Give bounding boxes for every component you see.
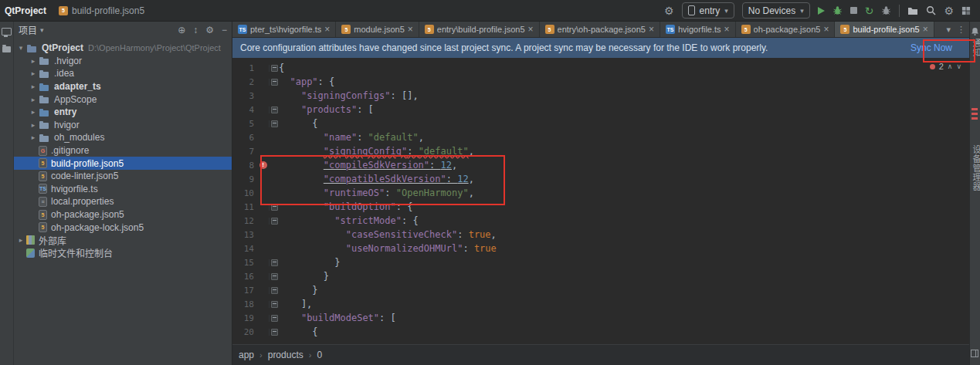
fold-marker-icon[interactable] — [271, 273, 278, 280]
close-icon[interactable]: × — [408, 24, 413, 35]
fold-marker-icon[interactable] — [271, 79, 278, 86]
tree-item-.gitignore[interactable]: G.gitignore — [14, 144, 232, 157]
code-line[interactable]: 10 "runtimeOS": "OpenHarmony", — [232, 186, 969, 200]
module-selector[interactable]: entry ▾ — [682, 2, 734, 19]
editor-tab-module.json5[interactable]: 5module.json5× — [336, 22, 419, 37]
code-line[interactable]: 9 "compatibleSdkVersion": 12, — [232, 172, 969, 186]
tree-item-oh_modules[interactable]: ▸oh_modules — [14, 131, 232, 144]
layout-windows-button[interactable] — [961, 6, 971, 15]
close-icon[interactable]: × — [649, 24, 654, 35]
breadcrumb-item[interactable]: app — [239, 350, 254, 360]
tree-item-entry[interactable]: ▸entry — [14, 106, 232, 119]
locate-file-icon[interactable]: ⊕ — [178, 25, 185, 35]
code-line[interactable]: 15 } — [232, 255, 969, 269]
settings-icon[interactable]: ⚙ — [944, 5, 954, 16]
code-line[interactable]: 19 "buildModeSet": [ — [232, 311, 969, 325]
error-stripe-mark[interactable] — [972, 108, 978, 110]
error-stripe-mark[interactable] — [972, 117, 978, 120]
expand-collapse-icon[interactable]: ↕ — [193, 25, 198, 35]
hidden-tabs-icon[interactable]: ▾ — [946, 25, 951, 35]
tree-item-oh-package.json5[interactable]: 5oh-package.json5 — [14, 208, 232, 221]
chevron-right-icon[interactable]: ▸ — [28, 83, 39, 90]
error-stripe-mark[interactable] — [972, 113, 978, 115]
chevron-right-icon[interactable]: ▸ — [28, 121, 39, 129]
prev-problem-icon[interactable]: ∧ — [948, 63, 953, 70]
code-line[interactable]: 16 } — [232, 269, 969, 283]
tree-item-hvigor[interactable]: ▸hvigor — [14, 119, 232, 132]
fold-marker-icon[interactable] — [271, 259, 278, 266]
hide-panel-icon[interactable]: − — [222, 25, 227, 35]
fold-marker-icon[interactable] — [271, 204, 278, 211]
chevron-down-icon[interactable]: ▾ — [15, 44, 26, 52]
tree-item-.hvigor[interactable]: ▸.hvigor — [14, 55, 232, 68]
fold-marker-icon[interactable] — [271, 120, 278, 127]
close-icon[interactable]: × — [324, 24, 330, 35]
code-line[interactable]: 4 "products": [ — [232, 103, 969, 117]
breadcrumb-item[interactable]: 0 — [317, 350, 322, 360]
chevron-right-icon[interactable]: ▸ — [28, 57, 39, 65]
close-icon[interactable]: × — [923, 24, 928, 35]
sync-now-button[interactable]: Sync Now — [910, 42, 961, 53]
editor-tab-build-profile.json5[interactable]: 5build-profile.json5× — [835, 22, 934, 37]
code-line[interactable]: 13 "caseSensitiveCheck": true, — [232, 228, 969, 242]
chevron-right-icon[interactable]: ▸ — [28, 96, 39, 103]
breadcrumb-item[interactable]: products — [268, 350, 303, 360]
file-breadcrumb[interactable]: 5 build-profile.json5 — [59, 5, 144, 16]
code-line[interactable]: 2 "app": { — [232, 75, 969, 89]
close-icon[interactable]: × — [528, 24, 534, 35]
tree-item-hvigorfile.ts[interactable]: TShvigorfile.ts — [14, 183, 232, 196]
editor-tab-entry\build-profile.json5[interactable]: 5entry\build-profile.json5× — [419, 22, 540, 37]
chevron-right-icon[interactable]: ▸ — [28, 69, 39, 77]
code-line[interactable]: 18 ], — [232, 297, 969, 311]
tree-item-code-linter.json5[interactable]: 5code-linter.json5 — [14, 170, 232, 183]
fold-marker-icon[interactable] — [271, 315, 278, 322]
bell-icon[interactable] — [971, 25, 979, 39]
project-view-selector[interactable]: 项目 ▾ — [19, 23, 44, 36]
code-line[interactable]: 20 { — [232, 325, 969, 339]
device-manager-button[interactable] — [907, 6, 918, 15]
next-problem-icon[interactable]: ∨ — [956, 63, 961, 70]
tool-window-device-manager[interactable]: 设备管理器 — [970, 145, 980, 191]
search-everywhere-button[interactable] — [926, 5, 936, 15]
tree-item-adapter_ts[interactable]: ▸adapter_ts — [14, 80, 232, 93]
editor-tab-pter_ts\hvigorfile.ts[interactable]: TSpter_ts\hvigorfile.ts× — [232, 22, 336, 37]
layout-corner-icon[interactable] — [971, 346, 978, 360]
chevron-right-icon[interactable]: ▸ — [28, 133, 39, 141]
gear-icon[interactable]: ⚙ — [664, 5, 674, 16]
sync-project-button[interactable]: ↻ — [865, 5, 874, 16]
stop-button[interactable] — [850, 7, 857, 14]
fold-marker-icon[interactable] — [271, 218, 278, 225]
debug-button[interactable] — [832, 5, 843, 15]
close-icon[interactable]: × — [823, 24, 829, 35]
fold-marker-icon[interactable] — [271, 287, 278, 294]
code-line[interactable]: 11 "buildOption": { — [232, 200, 969, 214]
tree-item-build-profile.json5[interactable]: 5build-profile.json5 — [14, 157, 232, 170]
device-selector[interactable]: No Devices ▾ — [742, 2, 810, 19]
folder-tool-icon[interactable] — [2, 46, 11, 52]
code-line[interactable]: 12 "strictMode": { — [232, 214, 969, 228]
project-tool-window-icon[interactable] — [2, 28, 12, 35]
chevron-right-icon[interactable]: ▸ — [28, 108, 39, 116]
chevron-right-icon[interactable]: ▸ — [15, 236, 26, 244]
tool-window-notifications[interactable]: 通知 — [970, 39, 980, 57]
tree-item-外部库[interactable]: ▸外部库 — [14, 234, 232, 247]
code-line[interactable]: 7 "signingConfig": "default", — [232, 144, 969, 158]
editor-tab-hvigorfile.ts[interactable]: TShvigorfile.ts× — [660, 22, 736, 37]
tree-item-临时文件和控制台[interactable]: 临时文件和控制台 — [14, 247, 232, 260]
code-line[interactable]: 5 { — [232, 117, 969, 130]
fold-marker-icon[interactable] — [271, 301, 278, 308]
tree-item-AppScope[interactable]: ▸AppScope — [14, 93, 232, 106]
tree-item-oh-package-lock.json5[interactable]: 5oh-package-lock.json5 — [14, 221, 232, 234]
code-line[interactable]: 8! "compileSdkVersion": 12, — [232, 158, 969, 172]
run-button[interactable] — [818, 7, 825, 15]
attach-debugger-button[interactable] — [881, 5, 891, 15]
tree-item-.idea[interactable]: ▸.idea — [14, 67, 232, 80]
code-line[interactable]: 3 "signingConfigs": [], — [232, 89, 969, 103]
fold-marker-icon[interactable] — [271, 106, 278, 113]
editor-tab-entry\oh-package.json5[interactable]: 5entry\oh-package.json5× — [540, 22, 660, 37]
code-line[interactable]: 1{ — [232, 61, 969, 75]
code-line[interactable]: 17 } — [232, 283, 969, 297]
tree-item-local.properties[interactable]: ≡local.properties — [14, 195, 232, 208]
fold-marker-icon[interactable] — [271, 65, 278, 72]
inspections-widget[interactable]: 2 ∧ ∨ — [930, 62, 961, 71]
